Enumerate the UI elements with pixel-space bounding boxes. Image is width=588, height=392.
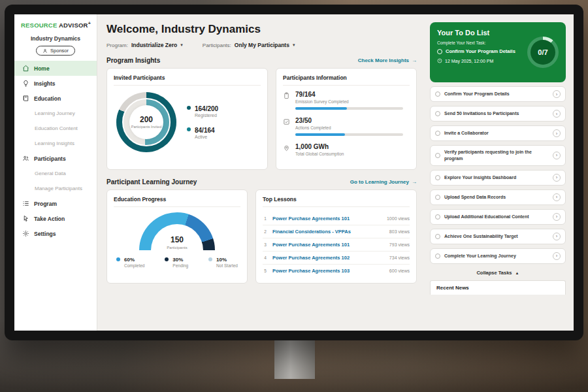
checkbox-icon[interactable] — [435, 111, 440, 116]
participants-information-card: Participants Information 79/164 Emission… — [276, 68, 417, 170]
person-icon — [42, 48, 48, 54]
chevron-right-icon[interactable]: › — [553, 110, 561, 118]
task-item[interactable]: Explore Your Insights Dashboard › — [430, 170, 566, 186]
progress-bar-fill — [295, 133, 345, 136]
legend-value: 164/200 — [195, 105, 218, 112]
go-to-learning-journey-link[interactable]: Go to Learning Journey → — [350, 179, 417, 185]
task-item[interactable]: Achieve One Sustainability Target › — [430, 229, 566, 244]
legend-item-active: 84/164 Active — [187, 127, 218, 139]
lesson-row: 4 Power Purchase Agreements 102 734 view… — [263, 252, 410, 265]
todo-progress-value: 0/7 — [531, 40, 555, 65]
sidebar-item-education-content[interactable]: Education Content — [14, 121, 97, 136]
checkbox-icon[interactable] — [435, 153, 440, 158]
card-title: Education Progress — [114, 196, 240, 207]
chevron-right-icon[interactable]: › — [553, 213, 561, 221]
info-value: 1,000 GWh — [295, 143, 329, 150]
task-item[interactable]: Upload Additional Educational Content › — [430, 209, 566, 225]
chevron-right-icon[interactable]: › — [553, 233, 561, 240]
checkbox-icon[interactable] — [435, 234, 440, 239]
invited-donut-chart: 200 Participants Invited — [116, 92, 176, 152]
program-filter-value: Industrialize Zero — [131, 42, 177, 48]
task-item[interactable]: Complete Your Learning Journey › — [430, 248, 566, 264]
sidebar-item-insights[interactable]: Insights — [14, 76, 97, 91]
participants-filter-label: Participants: — [203, 42, 231, 48]
checkbox-icon[interactable] — [435, 253, 440, 259]
sidebar-item-home[interactable]: Home — [14, 61, 97, 76]
chevron-right-icon[interactable]: › — [553, 193, 561, 201]
task-item[interactable]: Send 50 Invitations to Participants › — [430, 106, 566, 122]
task-label: Upload Spend Data Records — [444, 194, 549, 201]
lesson-link[interactable]: Power Purchase Agreements 103 — [272, 268, 385, 274]
task-item[interactable]: Upload Spend Data Records › — [430, 189, 566, 205]
program-filter[interactable]: Program: Industrialize Zero ▾ — [106, 42, 183, 48]
chevron-right-icon[interactable]: › — [553, 174, 561, 182]
sidebar-nav: Home Insights Education Learning Journey… — [14, 61, 97, 241]
checkbox-icon[interactable] — [435, 214, 440, 220]
collapse-tasks-link[interactable]: Collapse Tasks ▲ — [430, 270, 566, 276]
checkbox-icon[interactable] — [435, 195, 440, 200]
task-item[interactable]: Invite a Collaborator › — [430, 125, 566, 141]
info-row-actions: 23/50 Actions Completed — [283, 117, 410, 136]
legend-value: 84/164 — [195, 127, 215, 134]
sidebar-item-label: Education — [34, 95, 61, 102]
lesson-link[interactable]: Financial Considerations - VPPAs — [272, 229, 385, 235]
sidebar-item-label: Learning Insights — [35, 140, 74, 146]
checkbox-icon[interactable] — [435, 175, 440, 180]
section-title: Participant Learning Journey — [106, 178, 197, 186]
task-item[interactable]: Confirm Your Program Details › — [430, 86, 566, 102]
legend-label: Registered — [195, 113, 218, 118]
task-label: Send 50 Invitations to Participants — [444, 110, 549, 117]
lesson-link[interactable]: Power Purchase Agreements 102 — [272, 255, 385, 261]
chevron-right-icon[interactable]: › — [553, 152, 561, 159]
task-label: Upload Additional Educational Content — [444, 214, 549, 220]
lesson-link[interactable]: Power Purchase Agreements 101 — [272, 216, 382, 221]
page-title: Welcome, Industry Dynamics — [106, 23, 417, 36]
checkbox-icon[interactable] — [435, 131, 440, 136]
sidebar-item-label: Participants — [34, 155, 66, 162]
chevron-right-icon[interactable]: › — [553, 90, 561, 98]
org-name: Industry Dynamics — [14, 35, 97, 42]
checkbox-icon[interactable] — [435, 91, 440, 97]
task-item[interactable]: Verify participants requesting to join t… — [430, 145, 566, 166]
legend-dot-icon — [116, 257, 120, 261]
todo-summary-card: Your To Do List Complete Your Next Task:… — [430, 22, 566, 82]
sidebar-item-program[interactable]: Program — [14, 196, 97, 211]
sidebar-item-label: Manage Participants — [35, 186, 82, 191]
lesson-link[interactable]: Power Purchase Agreements 101 — [272, 242, 385, 248]
card-title: Top Lessons — [263, 196, 410, 207]
lightbulb-icon — [22, 80, 29, 87]
chevron-right-icon[interactable]: › — [553, 129, 561, 137]
legend-item-completed: 60% Completed — [116, 257, 144, 268]
app-logo: RESOURCE ADVISOR+ — [14, 21, 97, 29]
sidebar-item-manage-participants[interactable]: Manage Participants — [14, 181, 97, 196]
sidebar-item-learning-journey[interactable]: Learning Journey — [14, 106, 97, 121]
sidebar-item-settings[interactable]: Settings — [14, 226, 97, 241]
checkbox-icon[interactable] — [437, 49, 442, 54]
donut-center-label: Participants Invited — [131, 125, 161, 129]
todo-next-task[interactable]: Confirm Your Program Details — [437, 48, 522, 54]
task-label: Confirm Your Program Details — [444, 91, 549, 97]
lesson-row: 1 Power Purchase Agreements 101 1000 vie… — [263, 212, 410, 225]
check-more-insights-link[interactable]: Check More Insights → — [358, 57, 417, 63]
sidebar-item-general-data[interactable]: General Data — [14, 166, 97, 181]
sidebar-item-take-action[interactable]: Take Action — [14, 211, 97, 226]
logo-plus: + — [88, 21, 91, 25]
learning-cards-row: Education Progress 150 Participants — [106, 189, 417, 284]
lesson-views: 600 views — [389, 269, 410, 273]
todo-next-task-label: Confirm Your Program Details — [446, 48, 515, 54]
lesson-views: 803 views — [389, 229, 410, 234]
participants-filter[interactable]: Participants: Only My Participants ▾ — [203, 42, 295, 48]
info-row-emission-survey: 79/164 Emission Survey Completed — [283, 91, 410, 110]
sidebar-item-learning-insights[interactable]: Learning Insights — [14, 136, 97, 151]
card-title: Invited Participants — [114, 74, 261, 86]
link-label: Check More Insights — [358, 57, 409, 63]
clipboard-icon — [283, 92, 290, 99]
lesson-views: 734 views — [389, 255, 410, 260]
logo-secondary: ADVISOR — [59, 22, 88, 29]
sponsor-badge: Sponsor — [36, 46, 75, 56]
task-label: Verify participants requesting to join t… — [444, 149, 549, 162]
sidebar-item-education[interactable]: Education — [14, 91, 97, 106]
sidebar-item-participants[interactable]: Participants — [14, 151, 97, 166]
chevron-right-icon[interactable]: › — [553, 252, 561, 260]
info-label: Emission Survey Completed — [295, 99, 410, 104]
